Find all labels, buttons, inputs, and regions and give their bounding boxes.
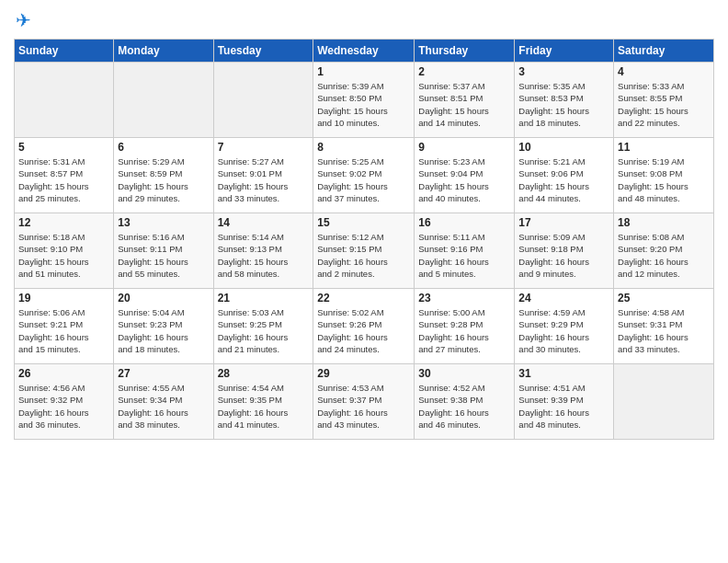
day-info: Sunrise: 5:12 AM Sunset: 9:15 PM Dayligh…	[317, 231, 410, 280]
day-number: 3	[518, 65, 609, 78]
calendar-cell: 8Sunrise: 5:25 AM Sunset: 9:02 PM Daylig…	[313, 138, 415, 213]
calendar-cell: 16Sunrise: 5:11 AM Sunset: 9:16 PM Dayli…	[415, 213, 515, 289]
day-number: 25	[618, 292, 710, 304]
day-info: Sunrise: 4:54 AM Sunset: 9:35 PM Dayligh…	[218, 382, 310, 431]
calendar-cell: 24Sunrise: 4:59 AM Sunset: 9:29 PM Dayli…	[515, 289, 614, 364]
day-info: Sunrise: 4:55 AM Sunset: 9:34 PM Dayligh…	[118, 382, 209, 431]
calendar-cell: 20Sunrise: 5:04 AM Sunset: 9:23 PM Dayli…	[114, 289, 213, 364]
logo: ✈	[14, 9, 31, 31]
calendar-cell: 7Sunrise: 5:27 AM Sunset: 9:01 PM Daylig…	[213, 138, 313, 213]
calendar-cell	[213, 63, 313, 138]
day-info: Sunrise: 5:09 AM Sunset: 9:18 PM Dayligh…	[518, 231, 609, 280]
day-info: Sunrise: 5:02 AM Sunset: 9:26 PM Dayligh…	[317, 306, 410, 355]
day-number: 21	[218, 292, 310, 304]
calendar-cell	[114, 63, 213, 138]
day-number: 4	[618, 65, 710, 78]
calendar-week-row: 19Sunrise: 5:06 AM Sunset: 9:21 PM Dayli…	[15, 289, 714, 364]
day-info: Sunrise: 5:31 AM Sunset: 8:57 PM Dayligh…	[18, 155, 109, 204]
day-number: 30	[418, 367, 510, 380]
day-number: 24	[518, 292, 609, 304]
weekday-header: Saturday	[614, 40, 714, 63]
calendar-cell: 14Sunrise: 5:14 AM Sunset: 9:13 PM Dayli…	[213, 213, 313, 289]
day-info: Sunrise: 5:18 AM Sunset: 9:10 PM Dayligh…	[18, 231, 109, 280]
calendar-cell: 10Sunrise: 5:21 AM Sunset: 9:06 PM Dayli…	[515, 138, 614, 213]
calendar-table: SundayMondayTuesdayWednesdayThursdayFrid…	[14, 39, 714, 440]
weekday-header: Wednesday	[313, 40, 415, 63]
day-info: Sunrise: 5:04 AM Sunset: 9:23 PM Dayligh…	[118, 306, 209, 355]
day-info: Sunrise: 5:08 AM Sunset: 9:20 PM Dayligh…	[618, 231, 710, 280]
calendar-week-row: 26Sunrise: 4:56 AM Sunset: 9:32 PM Dayli…	[15, 364, 714, 440]
calendar-cell: 1Sunrise: 5:39 AM Sunset: 8:50 PM Daylig…	[313, 63, 415, 138]
day-number: 10	[518, 141, 609, 154]
day-info: Sunrise: 5:06 AM Sunset: 9:21 PM Dayligh…	[18, 306, 109, 355]
day-info: Sunrise: 5:33 AM Sunset: 8:55 PM Dayligh…	[618, 80, 710, 129]
calendar-header-row: SundayMondayTuesdayWednesdayThursdayFrid…	[15, 40, 714, 63]
day-info: Sunrise: 5:23 AM Sunset: 9:04 PM Dayligh…	[418, 155, 510, 204]
calendar-cell	[614, 364, 714, 440]
day-number: 8	[317, 141, 410, 154]
calendar-cell: 28Sunrise: 4:54 AM Sunset: 9:35 PM Dayli…	[213, 364, 313, 440]
day-number: 22	[317, 292, 410, 304]
day-number: 16	[418, 216, 510, 229]
calendar-cell: 15Sunrise: 5:12 AM Sunset: 9:15 PM Dayli…	[313, 213, 415, 289]
day-info: Sunrise: 4:53 AM Sunset: 9:37 PM Dayligh…	[317, 382, 410, 431]
weekday-header: Thursday	[415, 40, 515, 63]
calendar-week-row: 5Sunrise: 5:31 AM Sunset: 8:57 PM Daylig…	[15, 138, 714, 213]
calendar-cell: 31Sunrise: 4:51 AM Sunset: 9:39 PM Dayli…	[515, 364, 614, 440]
calendar-cell: 27Sunrise: 4:55 AM Sunset: 9:34 PM Dayli…	[114, 364, 213, 440]
day-info: Sunrise: 5:19 AM Sunset: 9:08 PM Dayligh…	[618, 155, 710, 204]
calendar-cell: 13Sunrise: 5:16 AM Sunset: 9:11 PM Dayli…	[114, 213, 213, 289]
weekday-header: Tuesday	[213, 40, 313, 63]
day-info: Sunrise: 5:39 AM Sunset: 8:50 PM Dayligh…	[317, 80, 410, 129]
day-info: Sunrise: 5:03 AM Sunset: 9:25 PM Dayligh…	[218, 306, 310, 355]
calendar-cell: 22Sunrise: 5:02 AM Sunset: 9:26 PM Dayli…	[313, 289, 415, 364]
day-number: 12	[18, 216, 109, 229]
day-info: Sunrise: 5:35 AM Sunset: 8:53 PM Dayligh…	[518, 80, 609, 129]
day-info: Sunrise: 4:51 AM Sunset: 9:39 PM Dayligh…	[518, 382, 609, 431]
day-info: Sunrise: 5:25 AM Sunset: 9:02 PM Dayligh…	[317, 155, 410, 204]
calendar-cell: 11Sunrise: 5:19 AM Sunset: 9:08 PM Dayli…	[614, 138, 714, 213]
calendar-cell: 6Sunrise: 5:29 AM Sunset: 8:59 PM Daylig…	[114, 138, 213, 213]
day-info: Sunrise: 5:11 AM Sunset: 9:16 PM Dayligh…	[418, 231, 510, 280]
calendar-cell: 3Sunrise: 5:35 AM Sunset: 8:53 PM Daylig…	[515, 63, 614, 138]
day-info: Sunrise: 5:16 AM Sunset: 9:11 PM Dayligh…	[118, 231, 209, 280]
weekday-header: Sunday	[15, 40, 114, 63]
header: ✈	[14, 9, 714, 31]
calendar-cell: 29Sunrise: 4:53 AM Sunset: 9:37 PM Dayli…	[313, 364, 415, 440]
day-number: 13	[118, 216, 209, 229]
weekday-header: Monday	[114, 40, 213, 63]
day-info: Sunrise: 5:37 AM Sunset: 8:51 PM Dayligh…	[418, 80, 510, 129]
page: ✈ SundayMondayTuesdayWednesdayThursdayFr…	[0, 0, 728, 563]
day-number: 27	[118, 367, 209, 380]
day-number: 28	[218, 367, 310, 380]
calendar-cell: 23Sunrise: 5:00 AM Sunset: 9:28 PM Dayli…	[415, 289, 515, 364]
day-number: 26	[18, 367, 109, 380]
day-number: 23	[418, 292, 510, 304]
day-number: 7	[218, 141, 310, 154]
calendar-cell: 18Sunrise: 5:08 AM Sunset: 9:20 PM Dayli…	[614, 213, 714, 289]
day-number: 17	[518, 216, 609, 229]
day-number: 18	[618, 216, 710, 229]
calendar-cell: 2Sunrise: 5:37 AM Sunset: 8:51 PM Daylig…	[415, 63, 515, 138]
calendar-cell: 4Sunrise: 5:33 AM Sunset: 8:55 PM Daylig…	[614, 63, 714, 138]
day-number: 14	[218, 216, 310, 229]
calendar-cell: 26Sunrise: 4:56 AM Sunset: 9:32 PM Dayli…	[15, 364, 114, 440]
calendar-cell: 12Sunrise: 5:18 AM Sunset: 9:10 PM Dayli…	[15, 213, 114, 289]
day-info: Sunrise: 4:59 AM Sunset: 9:29 PM Dayligh…	[518, 306, 609, 355]
day-number: 20	[118, 292, 209, 304]
calendar-cell: 19Sunrise: 5:06 AM Sunset: 9:21 PM Dayli…	[15, 289, 114, 364]
day-number: 2	[418, 65, 510, 78]
day-info: Sunrise: 4:56 AM Sunset: 9:32 PM Dayligh…	[18, 382, 109, 431]
day-number: 11	[618, 141, 710, 154]
calendar-cell: 9Sunrise: 5:23 AM Sunset: 9:04 PM Daylig…	[415, 138, 515, 213]
day-number: 15	[317, 216, 410, 229]
day-info: Sunrise: 5:14 AM Sunset: 9:13 PM Dayligh…	[218, 231, 310, 280]
day-number: 19	[18, 292, 109, 304]
calendar-cell: 30Sunrise: 4:52 AM Sunset: 9:38 PM Dayli…	[415, 364, 515, 440]
calendar-cell: 25Sunrise: 4:58 AM Sunset: 9:31 PM Dayli…	[614, 289, 714, 364]
day-info: Sunrise: 5:29 AM Sunset: 8:59 PM Dayligh…	[118, 155, 209, 204]
day-number: 9	[418, 141, 510, 154]
calendar-week-row: 1Sunrise: 5:39 AM Sunset: 8:50 PM Daylig…	[15, 63, 714, 138]
day-info: Sunrise: 5:27 AM Sunset: 9:01 PM Dayligh…	[218, 155, 310, 204]
calendar-cell	[15, 63, 114, 138]
